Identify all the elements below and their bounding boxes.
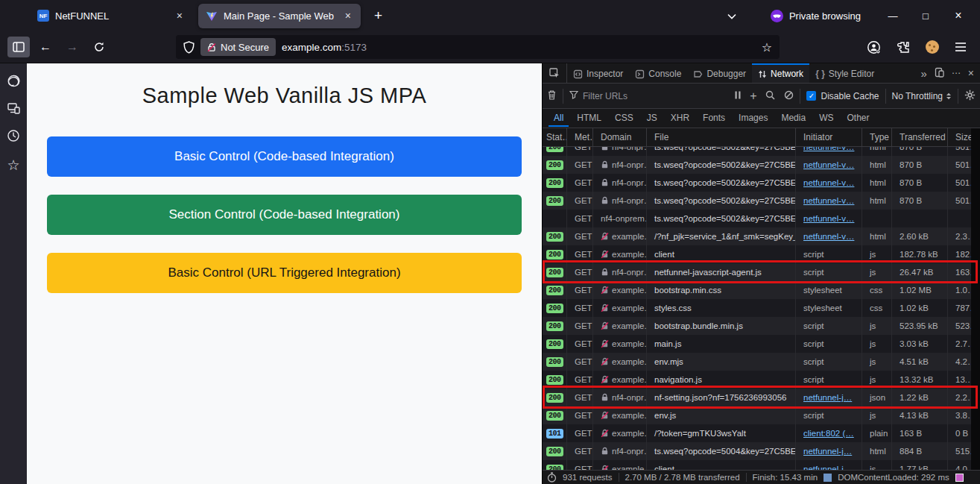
initiator-link[interactable]: script: [803, 268, 823, 277]
extensions-puzzle-icon[interactable]: [897, 40, 910, 54]
clear-requests-trash-icon[interactable]: [547, 89, 557, 102]
network-request-row[interactable]: 200 GET nf4-onpr… ts.wseq?opcode=5002&ke…: [543, 156, 980, 174]
initiator-link[interactable]: netfunnel-v…: [803, 214, 854, 223]
network-request-row[interactable]: 200 GET example.… bootstrap.min.css styl…: [543, 281, 980, 299]
shield-icon[interactable]: [183, 41, 195, 54]
network-request-row[interactable]: 200 GET nf4-onpr… ts.wseq?opcode=5002&ke…: [543, 147, 980, 156]
network-request-row[interactable]: 200 GET nf4-onpr… ts.wseq?opcode=5002&ke…: [543, 174, 980, 192]
column-header-initiator[interactable]: Initiator: [796, 128, 862, 146]
initiator-link[interactable]: netfunnel-v…: [803, 160, 854, 169]
initiator-link[interactable]: script: [803, 339, 823, 348]
initiator-link[interactable]: netfunnel-v…: [803, 178, 854, 187]
initiator-link[interactable]: netfunnel-j…: [803, 393, 852, 402]
filter-tab-fonts[interactable]: Fonts: [698, 110, 730, 127]
responsive-design-icon[interactable]: [935, 67, 944, 80]
har-plus-icon[interactable]: +: [750, 89, 756, 103]
tab-console[interactable]: Console: [629, 63, 687, 83]
devtools-close-icon[interactable]: ×: [968, 67, 974, 79]
filter-tab-ws[interactable]: WS: [814, 110, 838, 127]
account-icon[interactable]: [867, 40, 881, 54]
initiator-link[interactable]: stylesheet: [803, 286, 842, 295]
column-header-method[interactable]: Met…: [567, 128, 593, 146]
page-action-button-2[interactable]: Basic Control (URL Triggered Integration…: [47, 253, 522, 293]
initiator-link[interactable]: netfunnel-v…: [803, 232, 854, 241]
cookie-extension-icon[interactable]: [926, 40, 939, 54]
history-clock-icon[interactable]: [7, 129, 20, 142]
block-icon[interactable]: [784, 90, 794, 102]
network-request-row[interactable]: 200 GET example.… styles.css stylesheet …: [543, 299, 980, 317]
filter-tab-all[interactable]: All: [549, 110, 569, 127]
network-request-row[interactable]: 200 GET example.… navigation.js script j…: [543, 371, 980, 389]
tab-network[interactable]: Network: [752, 63, 809, 83]
network-request-row[interactable]: 200 GET example.… /?nf_pjk=service_1&nf_…: [543, 227, 980, 245]
synced-tabs-icon[interactable]: [7, 102, 21, 115]
back-button[interactable]: ←: [34, 37, 57, 57]
url-bar[interactable]: Not Secure example.com:5173 ☆: [176, 35, 780, 59]
ai-chatbot-icon[interactable]: [7, 74, 21, 88]
filter-tab-images[interactable]: Images: [733, 110, 773, 127]
page-action-button-0[interactable]: Basic Control (Code-based Integration): [47, 136, 522, 177]
minimize-button[interactable]: —: [879, 4, 907, 27]
filter-tab-html[interactable]: HTML: [572, 110, 607, 127]
initiator-link[interactable]: script: [803, 357, 823, 366]
filter-tab-css[interactable]: CSS: [610, 110, 639, 127]
column-header-size[interactable]: Size: [948, 128, 972, 146]
network-request-row[interactable]: 200 GET nf4-onpr… netfunnel-javascript-a…: [543, 263, 980, 281]
menu-hamburger-icon[interactable]: [955, 42, 967, 52]
network-request-row[interactable]: GET nf4-onprem… ts.wseq?opcode=5002&key=…: [543, 210, 980, 227]
network-request-row[interactable]: 200 GET nf4-onpr… ts.wseq?opcode=5002&ke…: [543, 192, 980, 210]
disable-cache-checkbox[interactable]: ✓ Disable Cache: [806, 91, 879, 101]
page-action-button-1[interactable]: Section Control (Code-based Integration): [47, 195, 522, 235]
filter-urls-box[interactable]: [569, 90, 729, 101]
browser-tab-sample-web[interactable]: Main Page - Sample Web ×: [198, 4, 361, 28]
maximize-button[interactable]: □: [911, 4, 940, 27]
not-secure-badge[interactable]: Not Secure: [200, 38, 276, 56]
network-request-row[interactable]: 200 GET example.… client script js 182.7…: [543, 245, 980, 263]
more-tabs-chevron-icon[interactable]: »: [920, 67, 926, 80]
pick-element-icon[interactable]: [543, 63, 567, 83]
network-request-row[interactable]: 200 GET nf4-onpr… ts.wseq?opcode=5004&ke…: [543, 442, 980, 460]
list-all-tabs-chevron-icon[interactable]: [727, 9, 736, 22]
network-request-row[interactable]: 200 GET example.… bootstrap.bundle.min.j…: [543, 317, 980, 335]
devtools-menu-icon[interactable]: ⋯: [952, 68, 961, 78]
filter-tab-media[interactable]: Media: [776, 110, 811, 127]
network-settings-gear-icon[interactable]: [964, 89, 976, 103]
initiator-link[interactable]: script: [803, 411, 823, 420]
bookmark-star-icon[interactable]: ☆: [762, 40, 772, 54]
initiator-link[interactable]: script: [803, 375, 823, 384]
throttling-dropdown[interactable]: No Throttling: [892, 91, 952, 101]
network-request-row[interactable]: 200 GET nf4-onpr… nf-setting.json?nf=175…: [543, 389, 980, 406]
network-request-row[interactable]: 200 GET example.… main.js script js 3.03…: [543, 335, 980, 353]
network-request-row[interactable]: 200 GET example.… env.mjs script js 4.51…: [543, 353, 980, 371]
forward-button[interactable]: →: [61, 37, 83, 57]
initiator-link[interactable]: script: [803, 250, 823, 259]
initiator-link[interactable]: stylesheet: [803, 304, 842, 312]
initiator-link[interactable]: script: [803, 321, 823, 330]
bookmarks-star-icon[interactable]: ☆: [7, 157, 19, 174]
sidebar-toggle-button[interactable]: [7, 37, 30, 57]
search-icon[interactable]: [765, 90, 775, 102]
network-request-row[interactable]: 200 GET example.… client netfunnel-j… js…: [543, 460, 980, 470]
initiator-link[interactable]: netfunnel-v…: [803, 147, 854, 151]
vertical-scrollbar[interactable]: [971, 128, 980, 470]
tab-close-icon[interactable]: ×: [174, 10, 185, 22]
pause-icon[interactable]: [735, 91, 741, 101]
filter-urls-input[interactable]: [583, 91, 695, 101]
reload-button[interactable]: [88, 37, 110, 57]
column-header-status[interactable]: Stat…: [543, 128, 567, 146]
column-header-transferred[interactable]: Transferred: [892, 128, 948, 146]
column-header-domain[interactable]: Domain: [593, 128, 647, 146]
window-close-button[interactable]: ×: [944, 4, 973, 27]
column-header-type[interactable]: Type: [862, 128, 892, 146]
browser-tab-netfunnel[interactable]: NF NetFUNNEL ×: [30, 4, 192, 28]
filter-tab-xhr[interactable]: XHR: [666, 110, 695, 127]
network-request-row[interactable]: 200 GET example.… env.js script js 4.13 …: [543, 406, 980, 424]
filter-tab-other[interactable]: Other: [841, 110, 874, 127]
tab-close-icon[interactable]: ×: [343, 10, 353, 22]
tab-style-editor[interactable]: { } Style Editor: [809, 63, 880, 83]
network-request-row[interactable]: 101 GET example.… /?token=gmTKU3wsYalt c…: [543, 424, 980, 442]
new-tab-button[interactable]: +: [367, 7, 390, 24]
column-header-file[interactable]: File: [647, 128, 796, 146]
initiator-link[interactable]: netfunnel-j…: [803, 465, 852, 470]
tab-inspector[interactable]: Inspector: [567, 63, 629, 83]
